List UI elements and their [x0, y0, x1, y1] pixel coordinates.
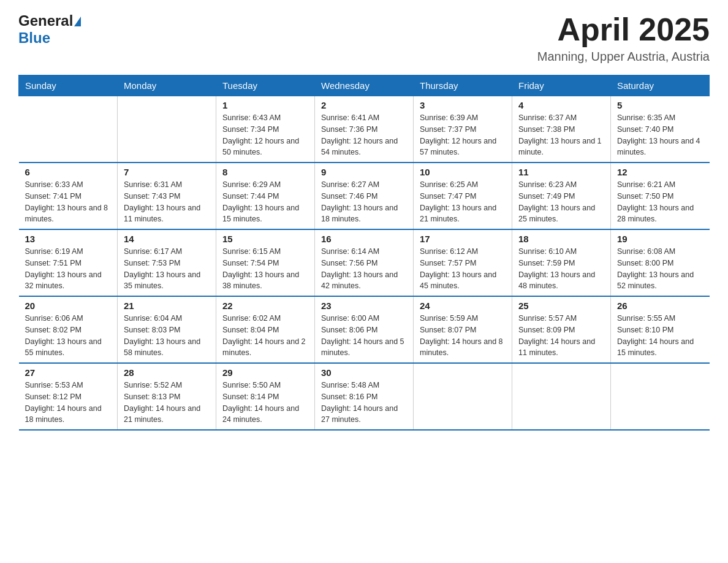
logo-general-text: General [18, 12, 73, 29]
day-info: Sunrise: 6:14 AMSunset: 7:56 PMDaylight:… [321, 246, 407, 292]
calendar-cell: 10Sunrise: 6:25 AMSunset: 7:47 PMDayligh… [414, 163, 512, 229]
week-row-2: 6Sunrise: 6:33 AMSunset: 7:41 PMDaylight… [19, 163, 710, 229]
day-number: 11 [518, 167, 604, 177]
day-info: Sunrise: 6:21 AMSunset: 7:50 PMDaylight:… [617, 179, 703, 225]
calendar-cell: 5Sunrise: 6:35 AMSunset: 7:40 PMDaylight… [611, 96, 710, 163]
calendar-cell: 20Sunrise: 6:06 AMSunset: 8:02 PMDayligh… [19, 296, 118, 363]
header-friday: Friday [512, 75, 611, 96]
day-info: Sunrise: 6:00 AMSunset: 8:06 PMDaylight:… [321, 313, 407, 359]
day-number: 14 [124, 234, 210, 244]
calendar-cell: 9Sunrise: 6:27 AMSunset: 7:46 PMDaylight… [315, 163, 414, 229]
logo: General Blue [18, 12, 81, 47]
title-block: April 2025 Manning, Upper Austria, Austr… [537, 12, 710, 64]
day-number: 29 [222, 367, 308, 378]
logo-arrow-icon [74, 17, 81, 26]
day-number: 21 [124, 301, 210, 311]
day-number: 6 [25, 167, 112, 177]
day-number: 26 [617, 301, 703, 311]
calendar-subtitle: Manning, Upper Austria, Austria [537, 50, 710, 64]
calendar-cell: 4Sunrise: 6:37 AMSunset: 7:38 PMDaylight… [512, 96, 611, 163]
day-number: 19 [617, 234, 703, 244]
day-number: 13 [25, 234, 112, 244]
calendar-cell: 19Sunrise: 6:08 AMSunset: 8:00 PMDayligh… [611, 229, 710, 296]
day-number: 9 [321, 167, 407, 177]
day-number: 28 [124, 367, 210, 378]
day-info: Sunrise: 6:10 AMSunset: 7:59 PMDaylight:… [518, 246, 604, 292]
day-number: 30 [321, 367, 407, 378]
day-info: Sunrise: 6:33 AMSunset: 7:41 PMDaylight:… [25, 179, 112, 225]
day-number: 12 [617, 167, 703, 177]
calendar-cell: 22Sunrise: 6:02 AMSunset: 8:04 PMDayligh… [216, 296, 315, 363]
day-info: Sunrise: 6:19 AMSunset: 7:51 PMDaylight:… [25, 246, 112, 292]
day-info: Sunrise: 5:59 AMSunset: 8:07 PMDaylight:… [420, 313, 506, 359]
calendar-cell: 2Sunrise: 6:41 AMSunset: 7:36 PMDaylight… [315, 96, 414, 163]
calendar-cell: 3Sunrise: 6:39 AMSunset: 7:37 PMDaylight… [414, 96, 512, 163]
calendar-cell: 25Sunrise: 5:57 AMSunset: 8:09 PMDayligh… [512, 296, 611, 363]
calendar-header-row: SundayMondayTuesdayWednesdayThursdayFrid… [19, 75, 710, 96]
calendar-cell [414, 363, 512, 430]
day-info: Sunrise: 6:12 AMSunset: 7:57 PMDaylight:… [420, 246, 506, 292]
calendar-cell [118, 96, 216, 163]
day-number: 5 [617, 100, 703, 110]
calendar-cell: 14Sunrise: 6:17 AMSunset: 7:53 PMDayligh… [118, 229, 216, 296]
day-number: 10 [420, 167, 506, 177]
header-sunday: Sunday [19, 75, 118, 96]
calendar-cell: 16Sunrise: 6:14 AMSunset: 7:56 PMDayligh… [315, 229, 414, 296]
week-row-5: 27Sunrise: 5:53 AMSunset: 8:12 PMDayligh… [19, 363, 710, 430]
day-info: Sunrise: 6:35 AMSunset: 7:40 PMDaylight:… [617, 112, 703, 158]
calendar-cell: 21Sunrise: 6:04 AMSunset: 8:03 PMDayligh… [118, 296, 216, 363]
calendar-cell: 18Sunrise: 6:10 AMSunset: 7:59 PMDayligh… [512, 229, 611, 296]
day-info: Sunrise: 6:15 AMSunset: 7:54 PMDaylight:… [222, 246, 308, 292]
day-info: Sunrise: 6:39 AMSunset: 7:37 PMDaylight:… [420, 112, 506, 158]
day-number: 16 [321, 234, 407, 244]
calendar-cell [19, 96, 118, 163]
day-number: 23 [321, 301, 407, 311]
calendar-cell [512, 363, 611, 430]
calendar-cell: 7Sunrise: 6:31 AMSunset: 7:43 PMDaylight… [118, 163, 216, 229]
day-info: Sunrise: 6:08 AMSunset: 8:00 PMDaylight:… [617, 246, 703, 292]
day-info: Sunrise: 5:52 AMSunset: 8:13 PMDaylight:… [124, 380, 210, 426]
week-row-1: 1Sunrise: 6:43 AMSunset: 7:34 PMDaylight… [19, 96, 710, 163]
calendar-cell: 11Sunrise: 6:23 AMSunset: 7:49 PMDayligh… [512, 163, 611, 229]
day-info: Sunrise: 6:23 AMSunset: 7:49 PMDaylight:… [518, 179, 604, 225]
calendar-table: SundayMondayTuesdayWednesdayThursdayFrid… [18, 75, 710, 431]
day-info: Sunrise: 6:17 AMSunset: 7:53 PMDaylight:… [124, 246, 210, 292]
day-number: 17 [420, 234, 506, 244]
logo-blue-text: Blue [18, 29, 50, 47]
day-info: Sunrise: 5:53 AMSunset: 8:12 PMDaylight:… [25, 380, 112, 426]
week-row-4: 20Sunrise: 6:06 AMSunset: 8:02 PMDayligh… [19, 296, 710, 363]
day-number: 15 [222, 234, 308, 244]
calendar-cell: 23Sunrise: 6:00 AMSunset: 8:06 PMDayligh… [315, 296, 414, 363]
day-number: 20 [25, 301, 112, 311]
day-info: Sunrise: 6:25 AMSunset: 7:47 PMDaylight:… [420, 179, 506, 225]
day-info: Sunrise: 6:06 AMSunset: 8:02 PMDaylight:… [25, 313, 112, 359]
calendar-cell: 6Sunrise: 6:33 AMSunset: 7:41 PMDaylight… [19, 163, 118, 229]
page-header: General Blue April 2025 Manning, Upper A… [18, 12, 710, 64]
calendar-cell: 8Sunrise: 6:29 AMSunset: 7:44 PMDaylight… [216, 163, 315, 229]
calendar-title: April 2025 [537, 12, 710, 47]
day-info: Sunrise: 5:48 AMSunset: 8:16 PMDaylight:… [321, 380, 407, 426]
header-tuesday: Tuesday [216, 75, 315, 96]
header-wednesday: Wednesday [315, 75, 414, 96]
day-number: 3 [420, 100, 506, 110]
day-number: 8 [222, 167, 308, 177]
header-monday: Monday [118, 75, 216, 96]
day-number: 24 [420, 301, 506, 311]
day-number: 4 [518, 100, 604, 110]
day-number: 7 [124, 167, 210, 177]
calendar-cell: 30Sunrise: 5:48 AMSunset: 8:16 PMDayligh… [315, 363, 414, 430]
calendar-cell: 26Sunrise: 5:55 AMSunset: 8:10 PMDayligh… [611, 296, 710, 363]
calendar-cell: 27Sunrise: 5:53 AMSunset: 8:12 PMDayligh… [19, 363, 118, 430]
day-info: Sunrise: 6:37 AMSunset: 7:38 PMDaylight:… [518, 112, 604, 158]
day-info: Sunrise: 5:55 AMSunset: 8:10 PMDaylight:… [617, 313, 703, 359]
header-thursday: Thursday [414, 75, 512, 96]
week-row-3: 13Sunrise: 6:19 AMSunset: 7:51 PMDayligh… [19, 229, 710, 296]
day-info: Sunrise: 5:50 AMSunset: 8:14 PMDaylight:… [222, 380, 308, 426]
day-info: Sunrise: 5:57 AMSunset: 8:09 PMDaylight:… [518, 313, 604, 359]
calendar-cell: 29Sunrise: 5:50 AMSunset: 8:14 PMDayligh… [216, 363, 315, 430]
calendar-cell: 15Sunrise: 6:15 AMSunset: 7:54 PMDayligh… [216, 229, 315, 296]
calendar-cell [611, 363, 710, 430]
day-info: Sunrise: 6:29 AMSunset: 7:44 PMDaylight:… [222, 179, 308, 225]
day-info: Sunrise: 6:43 AMSunset: 7:34 PMDaylight:… [222, 112, 308, 158]
day-info: Sunrise: 6:31 AMSunset: 7:43 PMDaylight:… [124, 179, 210, 225]
